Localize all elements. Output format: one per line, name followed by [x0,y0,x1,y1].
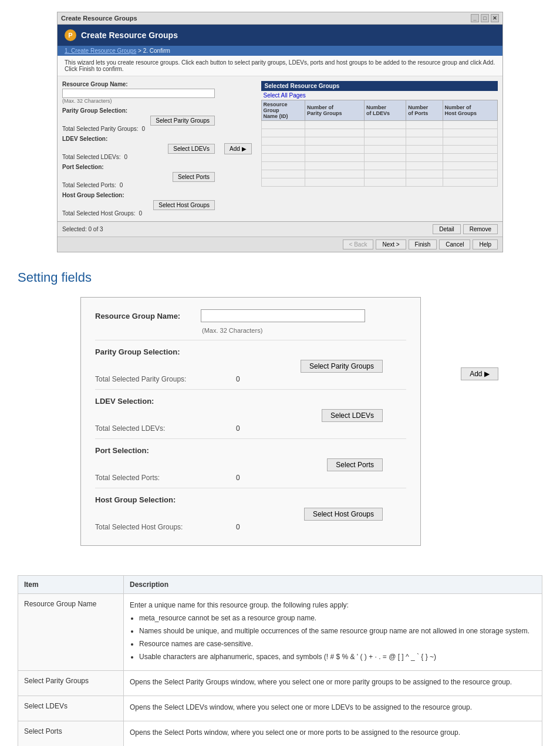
help-btn[interactable]: Help [473,239,498,249]
host-total-row: Total Selected Host Groups: 0 [62,210,215,217]
lf-host-btn[interactable]: Select Host Groups [304,508,383,521]
table-row: Resource Group Name Enter a unique name … [18,594,542,671]
port-total-row: Total Selected Ports: 0 [62,182,215,188]
port-total-label: Total Selected Ports: [62,182,116,188]
desc-cell-1: Opens the Select Parity Groups window, w… [124,671,542,696]
detail-btn[interactable]: Detail [433,224,461,234]
bullet-item: meta_resource cannot be set as a resourc… [139,613,536,623]
lf-rg-name-label: Resource Group Name: [95,312,201,320]
ldev-total-label: Total Selected LDEVs: [62,154,121,160]
desc-intro-2: Opens the Select LDEVs window, where you… [130,702,536,713]
select-all-link[interactable]: Select All Pages [261,91,498,100]
add-col: Add ▶ [450,297,509,380]
wizard-breadcrumb: 1. Create Resource Groups > 2. Confirm [58,46,502,56]
bullet-item: Resource names are case-sensitive. [139,639,536,649]
lf-host-section: Host Group Selection: [95,495,406,504]
next-btn[interactable]: Next > [376,239,406,249]
wizard-main-content: Resource Group Name: (Max. 32 Characters… [58,76,502,221]
lf-port-total-val: 0 [236,474,240,482]
minimize-btn[interactable]: _ [471,14,479,22]
col-ldevs: Numberof LDEVs [364,100,406,121]
lf-parity-total-label: Total Selected Parity Groups: [95,375,236,383]
col-host: Number ofHost Groups [443,100,497,121]
setting-fields-title: Setting fields [18,270,560,285]
lf-host-select-row: Select Host Groups [95,508,406,521]
add-button[interactable]: Add ▶ [224,143,252,154]
parity-total-val: 0 [142,126,146,132]
lf-ldev-btn[interactable]: Select LDEVs [322,409,383,422]
desc-bullets-0: meta_resource cannot be set as a resourc… [139,613,536,662]
port-total-val: 0 [120,182,123,188]
items-table: Item Description Resource Group Name Ent… [18,575,542,746]
wizard-title: Create Resource Groups [81,31,178,40]
lf-add-btn[interactable]: Add ▶ [461,367,498,380]
titlebar-controls[interactable]: _ □ ✕ [471,14,499,22]
col-parity: Number ofParity Groups [305,100,364,121]
wizard-left-panel: Resource Group Name: (Max. 32 Characters… [62,81,215,217]
back-btn[interactable]: < Back [343,239,374,249]
wizard-titlebar: Create Resource Groups _ □ ✕ [58,12,502,25]
large-form: Resource Group Name: (Max. 32 Characters… [80,297,421,546]
item-cell-1: Select Parity Groups [18,671,124,696]
ldev-section-label: LDEV Selection: [62,136,215,142]
bullet-item: Usable characters are alphanumeric, spac… [139,652,536,662]
wizard-right-panel: Selected Resource Groups Select All Page… [261,81,498,217]
select-host-btn[interactable]: Select Host Groups [153,200,215,210]
table-row [261,162,497,170]
item-cell-3: Select Ports [18,721,124,747]
lf-port-select-row: Select Ports [95,458,406,471]
desc-cell-3: Opens the Select Ports window, where you… [124,721,542,747]
lf-parity-total-row: Total Selected Parity Groups: 0 [95,375,406,383]
wizard-description: This wizard lets you create resource gro… [58,56,502,76]
remove-btn[interactable]: Remove [463,224,498,234]
titlebar-title: Create Resource Groups [61,15,137,22]
table-row [261,121,497,129]
restore-btn[interactable]: □ [481,14,489,22]
lf-rg-name-row: Resource Group Name: [95,309,406,322]
col-rg-name: ResourceGroupName (ID) [261,100,305,121]
ldev-total-val: 0 [124,154,128,160]
lf-parity-btn[interactable]: Select Parity Groups [301,360,383,373]
col-ports: Numberof Ports [406,100,443,121]
finish-btn[interactable]: Finish [409,239,437,249]
lf-ldev-total-row: Total Selected LDEVs: 0 [95,424,406,433]
select-port-btn[interactable]: Select Ports [173,172,215,182]
col-description-header: Description [124,576,542,594]
table-row [261,178,497,187]
lf-parity-total-val: 0 [236,375,240,383]
parity-total-label: Total Selected Parity Groups: [62,126,139,132]
bullet-item: Names should be unique, and multiple occ… [139,626,536,636]
rg-table: ResourceGroupName (ID) Number ofParity G… [261,100,498,187]
close-btn[interactable]: ✕ [491,14,499,22]
table-row [261,137,497,146]
footer-actions: Detail Remove [433,224,498,234]
lf-ldev-select-row: Select LDEVs [95,409,406,422]
items-table-section: Item Description Resource Group Name Ent… [18,575,542,746]
host-total-label: Total Selected Host Groups: [62,210,136,217]
table-row [261,146,497,154]
rg-name-group: Resource Group Name: (Max. 32 Characters… [62,81,215,104]
lf-host-total-label: Total Selected Host Groups: [95,523,236,531]
desc-cell-2: Opens the Select LDEVs window, where you… [124,696,542,721]
titlebar-left: Create Resource Groups [61,15,137,22]
select-parity-btn[interactable]: Select Parity Groups [150,116,215,126]
select-ldev-btn[interactable]: Select LDEVs [168,144,215,154]
table-row: Select Parity Groups Opens the Select Pa… [18,671,542,696]
lf-host-total-val: 0 [236,523,240,531]
lf-ldev-total-label: Total Selected LDEVs: [95,424,236,433]
rg-name-max: (Max. 32 Characters) [62,98,215,104]
table-row: Select LDEVs Opens the Select LDEVs wind… [18,696,542,721]
lf-ldev-total-val: 0 [236,424,240,433]
lf-port-btn[interactable]: Select Ports [327,458,383,471]
rg-name-input[interactable] [62,89,215,98]
lf-rg-name-input[interactable] [201,309,365,322]
ldev-total-row: Total Selected LDEVs: 0 [62,154,215,160]
breadcrumb-step1[interactable]: 1. Create Resource Groups [65,48,136,54]
desc-intro-1: Opens the Select Parity Groups window, w… [130,677,536,687]
lf-parity-section: Parity Group Selection: [95,347,406,356]
wizard-screenshot: Create Resource Groups _ □ ✕ P Create Re… [57,12,503,252]
table-row: Select Ports Opens the Select Ports wind… [18,721,542,747]
cancel-btn[interactable]: Cancel [439,239,470,249]
host-section-label: Host Group Selection: [62,192,215,198]
breadcrumb-step2: 2. Confirm [143,48,170,54]
